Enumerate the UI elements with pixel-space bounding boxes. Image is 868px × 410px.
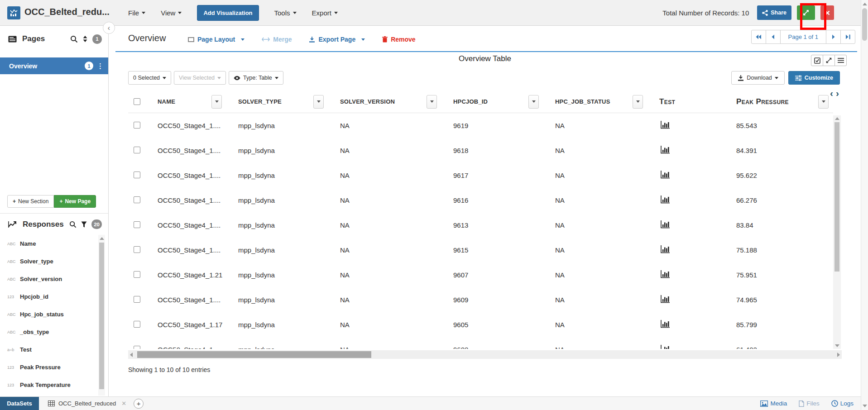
type-dropdown[interactable]: Type: Table	[229, 71, 283, 85]
sidebar-collapse-button[interactable]: ‹	[103, 22, 115, 34]
test-bar-chart-icon[interactable]	[659, 269, 671, 279]
menu-file[interactable]: File	[128, 9, 145, 17]
window-scrollbar-thumb[interactable]	[862, 8, 867, 41]
last-page-button[interactable]	[840, 30, 855, 44]
cell-hpc-job-status: NA	[552, 147, 657, 154]
page-layout-button[interactable]: Page Layout	[188, 36, 245, 43]
table-vertical-scrollbar[interactable]	[833, 115, 841, 349]
logs-link[interactable]: Logs	[831, 400, 854, 407]
row-checkbox[interactable]	[134, 221, 140, 228]
new-page-button[interactable]: +New Page	[54, 195, 96, 208]
expand-button[interactable]	[797, 5, 815, 20]
row-checkbox[interactable]	[134, 196, 140, 203]
test-bar-chart-icon[interactable]	[659, 195, 671, 205]
column-header-solver-version[interactable]: SOLVER_VERSION	[340, 98, 395, 105]
row-checkbox[interactable]	[134, 172, 140, 178]
test-bar-chart-icon[interactable]	[659, 344, 671, 349]
selected-dropdown[interactable]: 0 Selected	[128, 71, 171, 85]
next-page-button[interactable]	[826, 30, 841, 44]
column-filter-button[interactable]	[211, 95, 222, 109]
remove-button[interactable]: Remove	[382, 36, 415, 43]
share-button[interactable]: Share	[757, 5, 791, 20]
download-button[interactable]: Download	[731, 71, 785, 85]
scroll-up-icon[interactable]	[100, 237, 104, 240]
test-bar-chart-icon[interactable]	[659, 120, 671, 130]
close-tab-icon[interactable]: ✕	[121, 400, 126, 407]
column-header-peak-pressure[interactable]: Peak Pressure	[736, 97, 789, 106]
expand-widget-icon[interactable]	[823, 55, 835, 66]
row-checkbox[interactable]	[134, 321, 140, 328]
export-page-button[interactable]: Export Page	[309, 36, 365, 43]
filter-icon[interactable]	[81, 221, 87, 228]
test-bar-chart-icon[interactable]	[659, 170, 671, 180]
menu-view[interactable]: View	[161, 9, 182, 17]
responses-scrollbar-thumb[interactable]	[99, 243, 104, 389]
test-bar-chart-icon[interactable]	[659, 145, 671, 155]
column-header-solver-type[interactable]: SOLVER_TYPE	[238, 98, 282, 105]
test-bar-chart-icon[interactable]	[659, 244, 671, 254]
column-filter-button[interactable]	[427, 95, 437, 109]
add-dataset-button[interactable]: +	[134, 399, 144, 409]
new-section-button[interactable]: +New Section	[7, 195, 54, 208]
response-field[interactable]: ABCSolver_version	[0, 270, 98, 288]
scroll-up-icon[interactable]	[835, 117, 839, 120]
table-hscroll-thumb[interactable]	[137, 351, 371, 358]
media-link[interactable]: Media	[760, 400, 787, 407]
scroll-right-icon[interactable]	[837, 353, 840, 357]
more-options-icon[interactable]: ⋮	[97, 62, 104, 70]
test-bar-chart-icon[interactable]	[659, 294, 671, 304]
response-field[interactable]: a=bTest	[0, 341, 98, 358]
columns-scroll-right-icon[interactable]: ›	[836, 88, 839, 99]
scroll-left-icon[interactable]	[130, 353, 133, 357]
view-selected-dropdown[interactable]: View Selected	[174, 71, 226, 85]
responses-scrollbar[interactable]	[98, 235, 105, 396]
previous-page-button[interactable]	[766, 30, 781, 44]
column-filter-button[interactable]	[313, 95, 324, 109]
files-link[interactable]: Files	[799, 400, 820, 407]
dataset-tab[interactable]: OCC_Belted_reduced ✕	[48, 400, 126, 407]
column-header-hpcjob-id[interactable]: HPCJOB_ID	[453, 98, 488, 105]
response-field[interactable]: ABCName	[0, 235, 98, 253]
response-field[interactable]: ABCHpc_job_status	[0, 305, 98, 323]
row-checkbox[interactable]	[134, 296, 140, 303]
column-filter-button[interactable]	[528, 95, 539, 109]
scroll-down-icon[interactable]	[863, 405, 867, 407]
merge-button[interactable]: Merge	[262, 36, 292, 43]
search-icon[interactable]	[70, 35, 78, 43]
sort-icon[interactable]	[82, 35, 88, 43]
column-header-hpc-job-status[interactable]: HPC_JOB_STATUS	[555, 98, 610, 105]
response-field[interactable]: 123Hpcjob_id	[0, 288, 98, 305]
select-all-checkbox[interactable]	[134, 98, 140, 105]
search-icon[interactable]	[69, 221, 77, 228]
row-checkbox[interactable]	[134, 246, 140, 253]
scroll-down-icon[interactable]	[835, 344, 839, 347]
datasets-button[interactable]: DataSets	[0, 397, 39, 410]
table-horizontal-scrollbar[interactable]	[128, 350, 842, 359]
response-field[interactable]: 123Peak Pressure	[0, 358, 98, 376]
row-checkbox[interactable]	[134, 346, 140, 349]
column-header-name[interactable]: NAME	[158, 98, 175, 105]
customize-button[interactable]: Customize	[788, 71, 840, 85]
row-checkbox[interactable]	[134, 147, 140, 153]
select-all-icon[interactable]	[811, 55, 823, 66]
column-filter-button[interactable]	[818, 95, 829, 109]
menu-tools[interactable]: Tools	[274, 9, 297, 17]
response-field[interactable]: ABC_obs_type	[0, 323, 98, 341]
window-scrollbar[interactable]	[861, 0, 868, 410]
close-button[interactable]	[820, 5, 834, 20]
test-bar-chart-icon[interactable]	[659, 219, 671, 229]
menu-export[interactable]: Export	[312, 9, 338, 17]
response-field[interactable]: ABCSolver_type	[0, 253, 98, 270]
column-filter-button[interactable]	[633, 95, 643, 109]
response-field[interactable]: 123Peak Temperature	[0, 376, 98, 394]
table-vscroll-thumb[interactable]	[834, 122, 839, 272]
column-header-test[interactable]: Test	[659, 97, 675, 106]
first-page-button[interactable]	[751, 30, 766, 44]
widget-menu-icon[interactable]	[834, 55, 847, 66]
row-checkbox[interactable]	[134, 122, 140, 129]
sidebar-item-overview[interactable]: Overview 1 ⋮	[0, 57, 108, 74]
add-visualization-button[interactable]: Add Visualization	[197, 5, 259, 21]
row-checkbox[interactable]	[134, 271, 140, 278]
scroll-up-icon[interactable]	[863, 3, 867, 5]
test-bar-chart-icon[interactable]	[659, 319, 671, 329]
